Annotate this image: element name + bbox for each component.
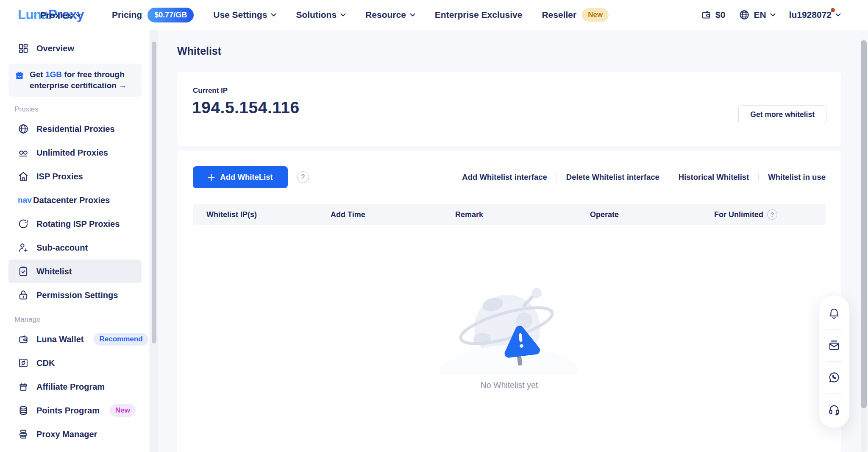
main-nav: Pricing $0.77/GB Use Settings Solutions …: [112, 8, 609, 22]
notification-bell-icon[interactable]: [828, 307, 840, 320]
sidebar-item-unlimited-proxies[interactable]: Unlimited Proxies: [8, 141, 142, 165]
promo-text: Get 1GB for free through enterprise cert…: [30, 69, 136, 91]
link-historical-whitelist[interactable]: Historical Whitelist: [669, 173, 759, 182]
nav-item-reseller[interactable]: Reseller New: [542, 8, 609, 22]
sidebar-item-label: Affiliate Program: [36, 382, 105, 392]
section-label-proxies: Proxies: [14, 105, 149, 114]
sidebar-item-datacenter-proxies[interactable]: nav Datacenter Proxies: [8, 188, 142, 212]
promo-banner[interactable]: Get 1GB for free through enterprise cert…: [8, 64, 142, 97]
table-header-row: Whitelist IP(s) Add Time Remark Operate …: [193, 204, 826, 225]
wallet-balance[interactable]: $0: [701, 9, 725, 20]
sidebar-item-label: Residential Proxies: [36, 124, 115, 134]
logo[interactable]: LunaProxy Proxies: [18, 5, 101, 25]
sidebar-item-label: Sub-account: [36, 243, 88, 253]
whatsapp-icon[interactable]: [828, 371, 840, 384]
wallet-icon: [701, 9, 712, 20]
link-add-whitelist-interface[interactable]: Add Whitelist interface: [453, 173, 556, 182]
sidebar-item-label: Rotating ISP Proxies: [36, 219, 120, 229]
nav-item-solutions[interactable]: Solutions: [296, 10, 346, 20]
nav-item-proxies[interactable]: Proxies: [40, 10, 81, 20]
reseller-new-badge: New: [582, 8, 609, 22]
sidebar-item-residential-proxies[interactable]: Residential Proxies: [8, 117, 142, 141]
infinity-icon: [18, 147, 29, 158]
language-switcher[interactable]: EN: [739, 9, 775, 20]
username-label: lu1928072: [789, 10, 832, 20]
account-menu[interactable]: lu1928072: [789, 10, 841, 20]
empty-state: No Whitelist yet: [193, 287, 826, 390]
add-whitelist-label: Add WhiteList: [220, 173, 273, 182]
section-label-manage: Manage: [14, 315, 149, 324]
divider: [826, 361, 842, 362]
nav-proxies-label: Proxies: [40, 10, 72, 20]
sidebar-item-label: Luna Wallet: [36, 335, 83, 344]
balance-value: $0: [715, 10, 725, 20]
new-badge: New: [110, 404, 136, 417]
sidebar-item-rotating-isp-proxies[interactable]: Rotating ISP Proxies: [8, 212, 142, 236]
headset-support-icon[interactable]: [828, 403, 840, 416]
nav-item-pricing[interactable]: Pricing $0.77/GB: [112, 8, 194, 22]
for-unlimited-help-icon[interactable]: ?: [767, 209, 777, 220]
sidebar-item-luna-wallet[interactable]: Luna Wallet Recommend: [8, 327, 142, 351]
column-remark: Remark: [455, 210, 590, 219]
sidebar-item-permission-settings[interactable]: Permission Settings: [8, 283, 142, 307]
sidebar-item-label: Proxy Manager: [36, 430, 97, 439]
gift-box-icon: [18, 381, 29, 392]
whitelist-card: Add WhiteList ? Add Whitelist interface …: [177, 151, 841, 452]
main-content: Whitelist Current IP 194.5.154.116 Get m…: [158, 30, 868, 452]
enterprise-label: Enterprise Exclusive: [435, 10, 523, 20]
page-scrollbar-thumb[interactable]: [861, 40, 867, 408]
sidebar-item-overview[interactable]: Overview: [8, 36, 142, 60]
divider: [826, 393, 842, 394]
column-for-unlimited: For Unlimited ?: [714, 209, 826, 220]
current-ip-label: Current IP: [193, 86, 228, 95]
sidebar-scrollbar-thumb[interactable]: [152, 42, 156, 343]
sidebar-item-label: Datacenter Proxies: [33, 195, 110, 205]
sidebar-item-affiliate-program[interactable]: Affiliate Program: [8, 375, 142, 399]
add-whitelist-help-icon[interactable]: ?: [297, 171, 309, 183]
page-title: Whitelist: [177, 45, 221, 57]
mail-icon[interactable]: [828, 339, 840, 352]
pricing-badge: $0.77/GB: [147, 8, 194, 22]
sidebar-item-points-program[interactable]: Points Program New: [8, 399, 142, 422]
home-icon: [18, 171, 29, 182]
sidebar-item-isp-proxies[interactable]: ISP Proxies: [8, 165, 142, 188]
whitelist-links: Add Whitelist interface Delete Whitelist…: [453, 173, 826, 182]
sidebar-item-label: ISP Proxies: [36, 172, 83, 181]
current-ip-card: Current IP 194.5.154.116 Get more whitel…: [177, 72, 841, 146]
globe-icon: [739, 9, 750, 20]
chevron-down-icon: [75, 14, 81, 17]
link-whitelist-in-use[interactable]: Whitelist in use: [759, 173, 826, 182]
sidebar: Overview Get 1GB for free through enterp…: [0, 30, 149, 452]
globe-icon: [18, 123, 29, 134]
sidebar-item-label: Points Program: [36, 406, 100, 416]
resource-label: Resource: [365, 10, 406, 20]
column-add-time: Add Time: [331, 210, 455, 219]
sidebar-item-cdk[interactable]: CDK: [8, 351, 142, 375]
use-settings-label: Use Settings: [213, 10, 267, 20]
column-whitelist-ips: Whitelist IP(s): [193, 210, 331, 219]
wallet-icon: [18, 334, 29, 345]
nav-item-resource[interactable]: Resource: [365, 10, 415, 20]
get-more-whitelist-button[interactable]: Get more whitelist: [738, 105, 826, 124]
pricing-label: Pricing: [112, 10, 142, 20]
coins-icon: [18, 405, 29, 416]
sidebar-item-proxy-manager[interactable]: Proxy Manager: [8, 422, 142, 446]
sidebar-item-whitelist[interactable]: Whitelist: [8, 259, 142, 283]
solutions-label: Solutions: [296, 10, 337, 20]
floating-action-pill: [818, 295, 850, 428]
link-delete-whitelist-interface[interactable]: Delete Whitelist interface: [557, 173, 669, 182]
language-label: EN: [754, 10, 766, 20]
header-right: $0 EN lu1928072: [701, 9, 841, 20]
sidebar-item-label: Whitelist: [36, 267, 72, 276]
chevron-down-icon: [271, 13, 276, 17]
recommend-badge: Recommend: [94, 333, 148, 346]
column-operate: Operate: [590, 210, 714, 219]
add-whitelist-button[interactable]: Add WhiteList: [193, 166, 288, 188]
divider: [826, 329, 842, 330]
sidebar-item-label: Permission Settings: [36, 290, 118, 300]
nav-item-enterprise-exclusive[interactable]: Enterprise Exclusive: [435, 10, 523, 20]
sidebar-item-sub-account[interactable]: Sub-account: [8, 236, 142, 259]
reseller-label: Reseller: [542, 10, 576, 20]
nav-item-use-settings[interactable]: Use Settings: [213, 10, 276, 20]
lock-icon: [18, 290, 29, 301]
